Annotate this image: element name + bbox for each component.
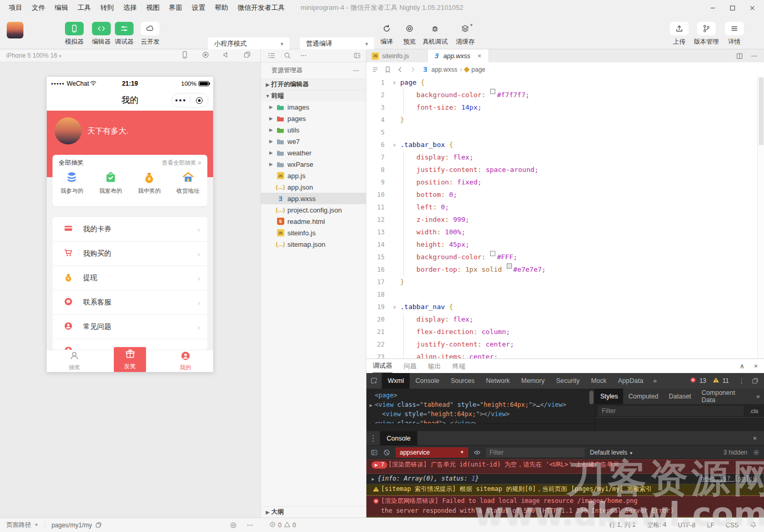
shortcut-bag[interactable]: 我发布的 bbox=[91, 170, 130, 195]
menu-item-card[interactable]: 我的卡券› bbox=[52, 217, 207, 242]
kebab-menu-icon[interactable]: ⋮ bbox=[366, 433, 380, 443]
more-icon[interactable] bbox=[750, 52, 758, 60]
mute-icon[interactable] bbox=[222, 51, 230, 61]
devtools-tab-Sources[interactable]: Sources bbox=[445, 373, 480, 389]
toolbar-action-refresh[interactable]: 编译 bbox=[375, 22, 398, 46]
minimize-icon[interactable] bbox=[705, 2, 720, 14]
devtools-tab-Network[interactable]: Network bbox=[480, 373, 516, 389]
more-menu-icon[interactable]: ●●● bbox=[172, 98, 190, 103]
toolbar-button-upload[interactable]: 上传 bbox=[667, 22, 691, 46]
section-outline[interactable]: ▶大纲 bbox=[261, 506, 366, 517]
page-path-label[interactable]: 页面路径 bbox=[6, 521, 31, 529]
outline-list-icon[interactable] bbox=[268, 52, 275, 59]
console-filter-input[interactable] bbox=[486, 448, 585, 457]
menu-item-微信开发者工具[interactable]: 微信开发者工具 bbox=[233, 0, 289, 16]
wxml-dom-row[interactable]: ▶<view class="tabhead" style="height:64p… bbox=[366, 400, 595, 409]
tree-item-app.json[interactable]: {…}app.json bbox=[261, 181, 366, 193]
tree-item-sitemap.json[interactable]: {…}sitemap.json bbox=[261, 238, 366, 250]
toolbar-button-details[interactable]: 详情 bbox=[722, 22, 746, 46]
tree-item-app.wxss[interactable]: Ǝapp.wxss bbox=[261, 193, 366, 204]
shortcut-stack[interactable]: 我参与的 bbox=[52, 170, 91, 195]
toolbar-button-sliders[interactable]: 调试器 bbox=[111, 22, 138, 46]
preview-eye-icon[interactable] bbox=[230, 522, 237, 529]
copy-path-icon[interactable] bbox=[95, 522, 102, 528]
notifications-bell-icon[interactable] bbox=[750, 522, 757, 528]
tree-item-project.config.json[interactable]: {…}project.config.json bbox=[261, 204, 366, 216]
close-panel-icon[interactable]: × bbox=[754, 362, 758, 370]
bookmark-icon[interactable] bbox=[384, 66, 391, 73]
toolbar-action-bug[interactable]: 真机调试 bbox=[420, 22, 450, 46]
menu-item-faq[interactable]: 常见问题› bbox=[52, 315, 207, 339]
editor-tab-app.wxss[interactable]: Ǝapp.wxss× bbox=[428, 49, 489, 62]
breadcrumb[interactable]: Ǝ app.wxss › page bbox=[421, 66, 485, 73]
styles-tab-Component Data[interactable]: Component Data bbox=[696, 389, 752, 404]
expand-arrow-icon[interactable]: ▶ bbox=[370, 419, 375, 424]
menu-item-设置[interactable]: 设置 bbox=[187, 0, 210, 16]
toggle-class-button[interactable]: .cls bbox=[747, 407, 761, 415]
cursor-position[interactable]: 行 1, 列 1 bbox=[609, 521, 636, 529]
tree-item-weather[interactable]: ▶weather bbox=[261, 147, 366, 158]
fold-icon[interactable]: ∨ bbox=[389, 139, 400, 151]
editor-scrollbar[interactable] bbox=[757, 76, 764, 358]
toolbar-button-phone[interactable]: 模拟器 bbox=[61, 22, 88, 46]
menu-item-选择[interactable]: 选择 bbox=[118, 0, 141, 16]
tree-item-pages[interactable]: ▶pages bbox=[261, 113, 366, 124]
undock-icon[interactable] bbox=[752, 377, 759, 384]
user-avatar[interactable] bbox=[55, 117, 82, 144]
toolbar-button-branch[interactable]: 版本管理 bbox=[691, 22, 721, 46]
devtools-tab-AppData[interactable]: AppData bbox=[612, 373, 649, 389]
language-mode[interactable]: CSS bbox=[726, 522, 739, 529]
indentation[interactable]: 空格: 4 bbox=[647, 521, 666, 529]
menu-item-文件[interactable]: 文件 bbox=[27, 0, 50, 16]
menu-item-转到[interactable]: 转到 bbox=[96, 0, 118, 16]
editor-tab-siteinfo.js[interactable]: JSsiteinfo.js bbox=[366, 49, 428, 62]
more-icon[interactable] bbox=[300, 52, 307, 59]
styles-tab-Computed[interactable]: Computed bbox=[623, 389, 664, 404]
encoding[interactable]: UTF-8 bbox=[678, 522, 695, 529]
compile-mode-select[interactable]: 普通编译 ▼ bbox=[300, 37, 374, 50]
tab-raised-button[interactable]: 发奖 bbox=[114, 347, 146, 372]
menu-item-cart[interactable]: 我购买的› bbox=[52, 242, 207, 266]
tree-item-we7[interactable]: ▶we7 bbox=[261, 136, 366, 147]
expand-arrow-icon[interactable]: ▶ bbox=[370, 401, 375, 410]
live-expression-eye-icon[interactable] bbox=[473, 449, 481, 456]
shortcut-house[interactable]: 收货地址 bbox=[169, 170, 208, 195]
debugger-tab-调试器[interactable]: 调试器 bbox=[373, 359, 392, 374]
devtools-tab-Console[interactable]: Console bbox=[410, 373, 445, 389]
styles-tab-Dataset[interactable]: Dataset bbox=[664, 389, 696, 404]
menu-item-项目[interactable]: 项目 bbox=[4, 0, 27, 16]
more-icon[interactable] bbox=[246, 522, 254, 529]
section-root[interactable]: ▼前端 bbox=[261, 90, 366, 101]
maximize-icon[interactable] bbox=[725, 2, 740, 14]
avatar[interactable] bbox=[7, 22, 23, 38]
devtools-tab-Wxml[interactable]: Wxml bbox=[382, 373, 410, 389]
split-editor-icon[interactable] bbox=[736, 52, 743, 60]
close-drawer-icon[interactable]: × bbox=[753, 434, 764, 442]
tree-item-images[interactable]: ▶images bbox=[261, 101, 366, 113]
menu-item-moneybag[interactable]: 提现› bbox=[52, 266, 207, 290]
collapse-panel-icon[interactable]: ∧ bbox=[740, 362, 745, 370]
devtools-tab-Security[interactable]: Security bbox=[550, 373, 585, 389]
context-select[interactable]: appservice▼ bbox=[396, 447, 468, 458]
kebab-menu-icon[interactable]: ⋮ bbox=[735, 377, 749, 385]
expand-arrow-icon[interactable]: ▶ bbox=[371, 474, 377, 482]
device-select[interactable]: iPhone 5 100% 16 ▾ bbox=[6, 52, 61, 59]
clear-console-icon[interactable] bbox=[383, 449, 390, 456]
console-source-link[interactable]: news.js? [sm]:6 bbox=[697, 474, 760, 484]
record-icon[interactable] bbox=[202, 51, 209, 61]
nav-back-icon[interactable] bbox=[397, 66, 404, 73]
collapse-panel-icon[interactable] bbox=[353, 52, 361, 59]
eol[interactable]: LF bbox=[707, 522, 714, 529]
menu-item-界面[interactable]: 界面 bbox=[164, 0, 187, 16]
debugger-tab-问题[interactable]: 问题 bbox=[404, 360, 417, 373]
shortcut-moneybag[interactable]: 我中奖的 bbox=[130, 170, 169, 195]
console-drawer-tab[interactable]: Console bbox=[380, 431, 417, 445]
toolbar-action-preview[interactable]: 预览 bbox=[398, 22, 421, 46]
menu-item-编辑[interactable]: 编辑 bbox=[50, 0, 73, 16]
tab-我的[interactable]: 我的 bbox=[157, 350, 213, 372]
tree-item-siteinfo.js[interactable]: JSsiteinfo.js bbox=[261, 227, 366, 238]
fold-icon[interactable]: ∨ bbox=[389, 301, 400, 313]
close-tab-icon[interactable]: × bbox=[478, 52, 481, 60]
tab-抽奖[interactable]: 抽奖 bbox=[47, 350, 102, 372]
tab-发奖[interactable]: 发奖 bbox=[102, 350, 158, 372]
